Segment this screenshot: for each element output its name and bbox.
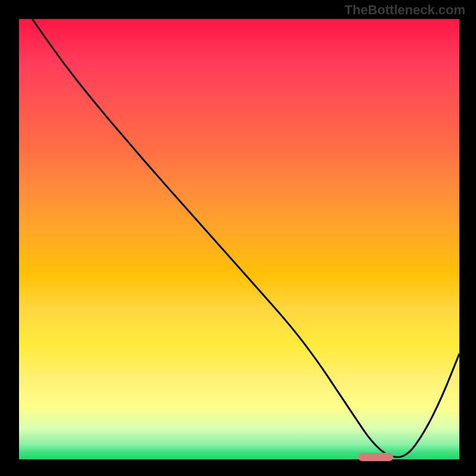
chart-plot-area xyxy=(19,19,459,459)
bottleneck-curve xyxy=(19,19,459,459)
watermark-text: TheBottleneck.com xyxy=(345,2,465,18)
optimal-range-marker xyxy=(358,453,393,461)
curve-path xyxy=(32,19,459,457)
